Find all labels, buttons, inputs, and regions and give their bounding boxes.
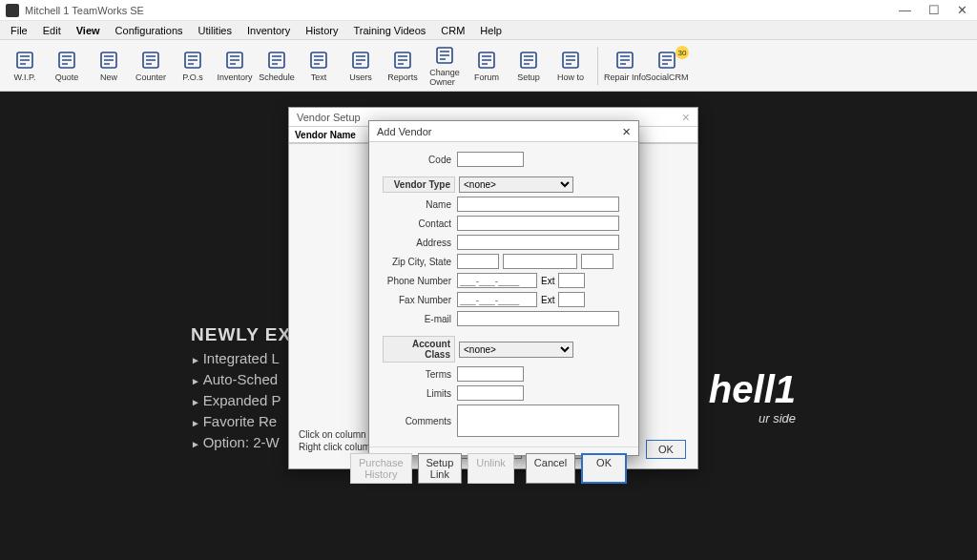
promo-line: Option: 2-W xyxy=(191,434,304,450)
toolbar-inventory[interactable]: Inventory xyxy=(216,49,254,82)
toolbar-setup[interactable]: Setup xyxy=(509,49,548,82)
app-icon xyxy=(6,4,19,17)
menu-file[interactable]: File xyxy=(4,23,34,38)
contact-input[interactable] xyxy=(457,216,619,231)
menu-training-videos[interactable]: Training Videos xyxy=(346,23,432,38)
add-vendor-dialog: Add Vendor × Code Vendor Type<none> Name… xyxy=(368,120,639,456)
purchase-history-button: Purchase History xyxy=(350,453,411,484)
account-class-select[interactable]: <none> xyxy=(459,342,573,358)
toolbar-reports[interactable]: Reports xyxy=(384,49,422,82)
promo-heading: NEWLY EXP xyxy=(191,324,304,345)
menu-configurations[interactable]: Configurations xyxy=(109,23,190,38)
fax-input[interactable] xyxy=(457,292,537,307)
menu-bar: FileEditViewConfigurationsUtilitiesInven… xyxy=(0,21,977,40)
toolbar-socialcrm[interactable]: SocialCRM30 xyxy=(648,49,686,82)
terms-input[interactable] xyxy=(457,366,524,382)
unlink-button: Unlink xyxy=(468,453,514,484)
toolbar-w-i-p-[interactable]: W.I.P. xyxy=(6,49,44,82)
toolbar-quote[interactable]: Quote xyxy=(48,49,86,82)
promo-line: Integrated L xyxy=(191,350,304,366)
code-input[interactable] xyxy=(457,152,524,167)
ok-button[interactable]: OK xyxy=(646,440,686,459)
name-input[interactable] xyxy=(457,197,619,212)
phone-input[interactable] xyxy=(457,273,537,288)
toolbar-how-to[interactable]: How to xyxy=(551,49,590,82)
brand-logo: hell1 ur side xyxy=(709,368,796,425)
comments-input[interactable] xyxy=(457,404,619,437)
limits-input[interactable] xyxy=(457,385,524,401)
menu-help[interactable]: Help xyxy=(473,23,509,38)
toolbar-change-owner[interactable]: ChangeOwner xyxy=(426,44,464,87)
toolbar-text[interactable]: Text xyxy=(300,49,338,82)
toolbar-counter[interactable]: Counter xyxy=(132,49,170,82)
content-area: NEWLY EXP Integrated LAuto-SchedExpanded… xyxy=(0,92,977,560)
menu-inventory[interactable]: Inventory xyxy=(240,23,297,38)
setup-link-button[interactable]: Setup Link xyxy=(418,453,463,484)
close-icon[interactable]: × xyxy=(682,110,690,125)
ok-button[interactable]: OK xyxy=(581,453,627,484)
menu-view[interactable]: View xyxy=(70,23,107,38)
city-input[interactable] xyxy=(503,254,577,269)
toolbar-schedule[interactable]: Schedule xyxy=(258,49,296,82)
window-close[interactable]: ✕ xyxy=(957,3,967,17)
close-icon[interactable]: × xyxy=(622,123,631,139)
state-input[interactable] xyxy=(581,254,613,269)
toolbar: W.I.P.QuoteNewCounterP.O.sInventorySched… xyxy=(0,40,977,92)
zip-input[interactable] xyxy=(457,254,499,269)
window-titlebar: Mitchell 1 TeamWorks SE — ☐ ✕ xyxy=(0,0,977,21)
add-vendor-title: Add Vendor xyxy=(377,126,432,137)
toolbar-repair-info[interactable]: Repair Info xyxy=(606,49,644,82)
toolbar-new[interactable]: New xyxy=(90,49,128,82)
window-minimize[interactable]: — xyxy=(899,3,911,17)
vendor-type-select[interactable]: <none> xyxy=(459,176,573,193)
menu-edit[interactable]: Edit xyxy=(36,23,68,38)
promo-line: Favorite Re xyxy=(191,413,304,429)
promo-line: Expanded P xyxy=(191,392,304,408)
fax-ext-input[interactable] xyxy=(558,292,585,307)
toolbar-p-o-s[interactable]: P.O.s xyxy=(174,49,212,82)
phone-ext-input[interactable] xyxy=(558,273,585,288)
promo-line: Auto-Sched xyxy=(191,371,304,387)
toolbar-forum[interactable]: Forum xyxy=(468,49,506,82)
email-input[interactable] xyxy=(457,311,619,326)
window-title: Mitchell 1 TeamWorks SE xyxy=(25,5,144,16)
menu-utilities[interactable]: Utilities xyxy=(192,23,239,38)
menu-crm[interactable]: CRM xyxy=(434,23,471,38)
vendor-setup-title: Vendor Setup xyxy=(297,112,361,123)
background-promo: NEWLY EXP Integrated LAuto-SchedExpanded… xyxy=(191,324,304,450)
address-input[interactable] xyxy=(457,235,619,250)
cancel-button[interactable]: Cancel xyxy=(526,453,575,484)
toolbar-users[interactable]: Users xyxy=(342,49,380,82)
menu-history[interactable]: History xyxy=(299,23,344,38)
window-maximize[interactable]: ☐ xyxy=(928,3,940,17)
